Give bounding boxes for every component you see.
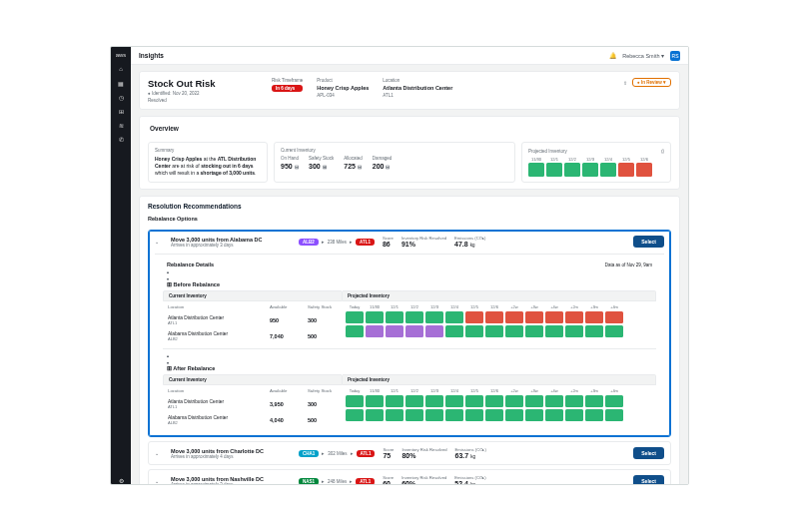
expand-chevron[interactable]: ⌄ — [155, 478, 163, 484]
projected-inventory-box: Projected Inventory⎙ 11/3012/112/212/312… — [521, 142, 671, 183]
nav-rail: aws ⌂ ▦ ◷ ⊞ ≋ ✆ ⚙ — [111, 47, 131, 484]
user-menu[interactable]: Rebecca Smith ▾ — [622, 53, 664, 59]
support-icon[interactable]: ✆ — [117, 135, 125, 143]
projection-row — [343, 394, 656, 408]
details-title: Rebalance Details — [167, 262, 214, 267]
share-icon[interactable]: ⇪ — [623, 80, 627, 86]
projection-row — [343, 324, 656, 338]
avatar[interactable]: RS — [670, 51, 680, 61]
select-button[interactable]: Select — [633, 447, 664, 459]
select-button[interactable]: Select — [633, 236, 664, 248]
route: CHA1▸302 Miles▸ATL1 — [299, 450, 375, 457]
recommendations-card: Resolution Recommendations Rebalance Opt… — [139, 196, 680, 484]
aws-logo-icon: aws — [117, 51, 125, 59]
rebalance-option: ⌄ Move 3,000 units from Nashville DC Arr… — [148, 469, 671, 484]
expand-chevron[interactable]: ⌄ — [155, 450, 163, 456]
rebalance-option: ⌄ Move 3,000 units from Alabama DC Arriv… — [148, 230, 671, 437]
inventory-row: Alabama Distribution CenterALB27,040500 — [163, 328, 343, 344]
projection-row — [343, 408, 656, 422]
settings-icon[interactable]: ⚙ — [117, 476, 125, 484]
inventory-row: Atlanta Distribution CenterATL1950300 — [163, 312, 343, 328]
print-icon[interactable]: ⎙ — [661, 148, 664, 154]
topbar: Insights 🔔 Rebecca Smith ▾ RS — [131, 47, 688, 65]
notifications-icon[interactable]: 🔔 — [609, 52, 616, 59]
risk-title: Stock Out Risk — [148, 78, 258, 89]
home-icon[interactable]: ⌂ — [117, 65, 125, 73]
inventory-row: Atlanta Distribution CenterATL13,950300 — [163, 396, 343, 412]
summary-box: Summary Honey Crisp Apples at the ATL Di… — [148, 142, 268, 183]
risk-header-card: Stock Out Risk ● Identified: Nov 20, 202… — [139, 71, 680, 110]
review-status[interactable]: ● In Review ▾ — [632, 78, 671, 87]
current-inventory-box: Current Inventory On Hand950⊟ Safety Sto… — [274, 142, 515, 183]
chart-icon[interactable]: ≋ — [117, 121, 125, 129]
page-title: Insights — [139, 52, 164, 59]
history-icon[interactable]: ◷ — [117, 93, 125, 101]
inventory-icon[interactable]: ⊞ — [117, 107, 125, 115]
timeframe-badge: In 6 days — [272, 85, 303, 92]
overview-card: Overview Summary Honey Crisp Apples at t… — [139, 116, 680, 190]
dashboard-icon[interactable]: ▦ — [117, 79, 125, 87]
expand-chevron[interactable]: ⌄ — [155, 239, 163, 245]
route: ALB2▸238 Miles▸ATL1 — [299, 239, 375, 246]
projection-row — [343, 310, 656, 324]
route: NAS1▸248 Miles▸ATL1 — [299, 478, 375, 485]
rebalance-option: ⌄ Move 3,000 units from Charlotte DC Arr… — [148, 441, 671, 465]
select-button[interactable]: Select — [633, 475, 664, 484]
inventory-row: Alabama Distribution CenterALB24,040500 — [163, 412, 343, 428]
